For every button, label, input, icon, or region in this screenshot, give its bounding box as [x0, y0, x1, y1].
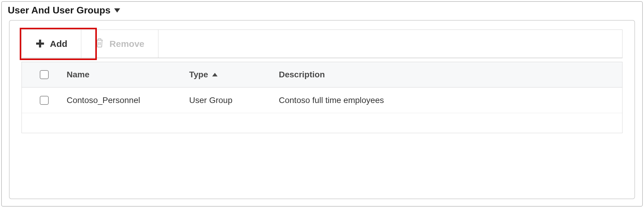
plus-icon: ✚ [36, 39, 45, 49]
remove-button-label: Remove [109, 39, 144, 49]
remove-button: Remove [81, 30, 158, 58]
caret-down-icon [114, 8, 120, 13]
add-button-label: Add [50, 39, 67, 49]
column-header-type[interactable]: Type [189, 70, 279, 79]
row-name-value: Contoso_Personnel [67, 96, 140, 105]
column-header-name-label: Name [67, 70, 89, 79]
row-cell-type: User Group [189, 96, 279, 105]
column-header-type-label: Type [189, 70, 208, 79]
row-type-value: User Group [189, 96, 232, 105]
table-header-row: Name Type Description [22, 62, 622, 87]
header-checkbox-cell [22, 70, 67, 79]
section-header[interactable]: User And User Groups [2, 2, 642, 19]
row-checkbox-cell [22, 96, 67, 105]
trash-icon [95, 38, 104, 50]
row-description-value: Contoso full time employees [279, 96, 384, 105]
row-cell-description: Contoso full time employees [279, 96, 622, 105]
add-button[interactable]: ✚ Add [22, 30, 81, 58]
toolbar: ✚ Add Remove [22, 30, 622, 58]
table-footer-space [22, 113, 622, 133]
column-header-name[interactable]: Name [67, 70, 189, 79]
sort-asc-icon [212, 73, 218, 76]
table-row[interactable]: Contoso_Personnel User Group Contoso ful… [22, 87, 622, 113]
select-all-checkbox[interactable] [40, 70, 49, 79]
column-header-description-label: Description [279, 70, 325, 79]
table: Name Type Description Contoso_Personnel [22, 62, 622, 133]
section-title: User And User Groups [8, 5, 111, 16]
column-header-description[interactable]: Description [279, 70, 622, 79]
row-checkbox[interactable] [40, 96, 49, 105]
inner-panel: ✚ Add Remove [9, 20, 635, 199]
row-cell-name: Contoso_Personnel [67, 96, 189, 105]
section-container: User And User Groups ✚ Add [1, 1, 643, 207]
